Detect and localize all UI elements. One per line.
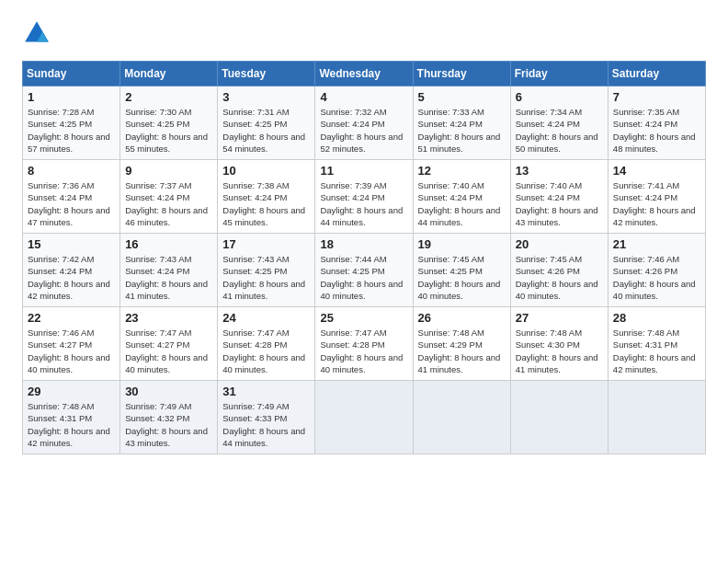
weekday-header: Thursday bbox=[413, 62, 510, 86]
calendar-cell: 16Sunrise: 7:43 AMSunset: 4:24 PMDayligh… bbox=[120, 234, 218, 307]
calendar-cell: 7Sunrise: 7:35 AMSunset: 4:24 PMDaylight… bbox=[608, 86, 705, 160]
logo bbox=[22, 18, 53, 48]
calendar-cell: 11Sunrise: 7:39 AMSunset: 4:24 PMDayligh… bbox=[315, 160, 413, 234]
calendar-table: SundayMondayTuesdayWednesdayThursdayFrid… bbox=[22, 61, 706, 454]
day-info: Sunrise: 7:48 AMSunset: 4:31 PMDaylight:… bbox=[28, 400, 115, 449]
calendar-cell: 28Sunrise: 7:48 AMSunset: 4:31 PMDayligh… bbox=[608, 307, 705, 381]
day-number: 8 bbox=[28, 164, 115, 178]
calendar-week-row: 1Sunrise: 7:28 AMSunset: 4:25 PMDaylight… bbox=[23, 86, 706, 160]
calendar-cell: 10Sunrise: 7:38 AMSunset: 4:24 PMDayligh… bbox=[218, 160, 315, 234]
calendar-week-row: 8Sunrise: 7:36 AMSunset: 4:24 PMDaylight… bbox=[23, 160, 706, 234]
logo-icon bbox=[22, 18, 51, 48]
weekday-header: Wednesday bbox=[315, 62, 413, 86]
day-number: 1 bbox=[28, 90, 115, 104]
day-number: 2 bbox=[125, 90, 212, 104]
day-number: 22 bbox=[28, 311, 115, 325]
calendar-week-row: 22Sunrise: 7:46 AMSunset: 4:27 PMDayligh… bbox=[23, 307, 706, 381]
page: SundayMondayTuesdayWednesdayThursdayFrid… bbox=[0, 0, 728, 469]
day-info: Sunrise: 7:33 AMSunset: 4:24 PMDaylight:… bbox=[418, 106, 506, 155]
day-info: Sunrise: 7:49 AMSunset: 4:33 PMDaylight:… bbox=[222, 400, 310, 449]
day-number: 10 bbox=[222, 164, 310, 178]
calendar-cell: 18Sunrise: 7:44 AMSunset: 4:25 PMDayligh… bbox=[315, 234, 413, 307]
calendar-cell: 9Sunrise: 7:37 AMSunset: 4:24 PMDaylight… bbox=[120, 160, 218, 234]
day-info: Sunrise: 7:35 AMSunset: 4:24 PMDaylight:… bbox=[613, 106, 700, 155]
day-number: 13 bbox=[516, 164, 603, 178]
calendar-cell: 12Sunrise: 7:40 AMSunset: 4:24 PMDayligh… bbox=[413, 160, 510, 234]
weekday-header: Monday bbox=[120, 62, 218, 86]
day-info: Sunrise: 7:45 AMSunset: 4:25 PMDaylight:… bbox=[418, 253, 506, 302]
day-number: 11 bbox=[320, 164, 407, 178]
day-info: Sunrise: 7:36 AMSunset: 4:24 PMDaylight:… bbox=[28, 179, 115, 228]
day-info: Sunrise: 7:34 AMSunset: 4:24 PMDaylight:… bbox=[516, 106, 603, 155]
calendar-cell bbox=[315, 381, 413, 454]
day-number: 27 bbox=[516, 311, 603, 325]
calendar-cell: 26Sunrise: 7:48 AMSunset: 4:29 PMDayligh… bbox=[413, 307, 510, 381]
calendar-cell: 30Sunrise: 7:49 AMSunset: 4:32 PMDayligh… bbox=[120, 381, 218, 454]
day-number: 21 bbox=[613, 237, 700, 251]
calendar-cell: 15Sunrise: 7:42 AMSunset: 4:24 PMDayligh… bbox=[23, 234, 120, 307]
day-number: 3 bbox=[222, 90, 310, 104]
weekday-header: Saturday bbox=[608, 62, 705, 86]
day-number: 30 bbox=[125, 385, 212, 398]
calendar-cell: 27Sunrise: 7:48 AMSunset: 4:30 PMDayligh… bbox=[510, 307, 608, 381]
day-info: Sunrise: 7:46 AMSunset: 4:27 PMDaylight:… bbox=[28, 327, 115, 375]
calendar-cell: 5Sunrise: 7:33 AMSunset: 4:24 PMDaylight… bbox=[413, 86, 510, 160]
day-number: 26 bbox=[418, 311, 506, 325]
day-info: Sunrise: 7:32 AMSunset: 4:24 PMDaylight:… bbox=[320, 106, 407, 155]
calendar-week-row: 15Sunrise: 7:42 AMSunset: 4:24 PMDayligh… bbox=[23, 234, 706, 307]
day-info: Sunrise: 7:48 AMSunset: 4:31 PMDaylight:… bbox=[613, 327, 700, 375]
day-info: Sunrise: 7:37 AMSunset: 4:24 PMDaylight:… bbox=[125, 179, 212, 228]
day-number: 24 bbox=[222, 311, 310, 325]
calendar-cell: 2Sunrise: 7:30 AMSunset: 4:25 PMDaylight… bbox=[120, 86, 218, 160]
day-info: Sunrise: 7:42 AMSunset: 4:24 PMDaylight:… bbox=[28, 253, 115, 302]
day-info: Sunrise: 7:40 AMSunset: 4:24 PMDaylight:… bbox=[516, 179, 603, 228]
calendar-cell: 21Sunrise: 7:46 AMSunset: 4:26 PMDayligh… bbox=[608, 234, 705, 307]
calendar-cell: 6Sunrise: 7:34 AMSunset: 4:24 PMDaylight… bbox=[510, 86, 608, 160]
calendar-cell bbox=[608, 381, 705, 454]
day-number: 12 bbox=[418, 164, 506, 178]
day-info: Sunrise: 7:31 AMSunset: 4:25 PMDaylight:… bbox=[222, 106, 310, 155]
day-info: Sunrise: 7:30 AMSunset: 4:25 PMDaylight:… bbox=[125, 106, 212, 155]
day-number: 29 bbox=[28, 385, 115, 398]
weekday-header: Tuesday bbox=[218, 62, 315, 86]
day-info: Sunrise: 7:43 AMSunset: 4:25 PMDaylight:… bbox=[222, 253, 310, 302]
day-info: Sunrise: 7:28 AMSunset: 4:25 PMDaylight:… bbox=[28, 106, 115, 155]
calendar-cell: 31Sunrise: 7:49 AMSunset: 4:33 PMDayligh… bbox=[218, 381, 315, 454]
header bbox=[22, 18, 706, 48]
calendar-cell: 4Sunrise: 7:32 AMSunset: 4:24 PMDaylight… bbox=[315, 86, 413, 160]
calendar-cell: 13Sunrise: 7:40 AMSunset: 4:24 PMDayligh… bbox=[510, 160, 608, 234]
calendar-week-row: 29Sunrise: 7:48 AMSunset: 4:31 PMDayligh… bbox=[23, 381, 706, 454]
calendar-cell: 24Sunrise: 7:47 AMSunset: 4:28 PMDayligh… bbox=[218, 307, 315, 381]
calendar-body: 1Sunrise: 7:28 AMSunset: 4:25 PMDaylight… bbox=[23, 86, 706, 454]
day-number: 4 bbox=[320, 90, 407, 104]
day-number: 25 bbox=[320, 311, 407, 325]
day-info: Sunrise: 7:48 AMSunset: 4:29 PMDaylight:… bbox=[418, 327, 506, 375]
day-info: Sunrise: 7:39 AMSunset: 4:24 PMDaylight:… bbox=[320, 179, 407, 228]
day-number: 20 bbox=[516, 237, 603, 251]
calendar-cell: 17Sunrise: 7:43 AMSunset: 4:25 PMDayligh… bbox=[218, 234, 315, 307]
calendar-cell: 14Sunrise: 7:41 AMSunset: 4:24 PMDayligh… bbox=[608, 160, 705, 234]
day-number: 23 bbox=[125, 311, 212, 325]
calendar-cell: 1Sunrise: 7:28 AMSunset: 4:25 PMDaylight… bbox=[23, 86, 120, 160]
day-number: 14 bbox=[613, 164, 700, 178]
calendar-cell: 25Sunrise: 7:47 AMSunset: 4:28 PMDayligh… bbox=[315, 307, 413, 381]
day-number: 15 bbox=[28, 237, 115, 251]
day-info: Sunrise: 7:49 AMSunset: 4:32 PMDaylight:… bbox=[125, 400, 212, 449]
day-number: 9 bbox=[125, 164, 212, 178]
day-info: Sunrise: 7:47 AMSunset: 4:28 PMDaylight:… bbox=[320, 327, 407, 375]
day-number: 19 bbox=[418, 237, 506, 251]
calendar-cell: 20Sunrise: 7:45 AMSunset: 4:26 PMDayligh… bbox=[510, 234, 608, 307]
day-number: 28 bbox=[613, 311, 700, 325]
day-info: Sunrise: 7:43 AMSunset: 4:24 PMDaylight:… bbox=[125, 253, 212, 302]
day-info: Sunrise: 7:47 AMSunset: 4:27 PMDaylight:… bbox=[125, 327, 212, 375]
calendar-cell: 8Sunrise: 7:36 AMSunset: 4:24 PMDaylight… bbox=[23, 160, 120, 234]
calendar-cell: 3Sunrise: 7:31 AMSunset: 4:25 PMDaylight… bbox=[218, 86, 315, 160]
calendar-cell: 19Sunrise: 7:45 AMSunset: 4:25 PMDayligh… bbox=[413, 234, 510, 307]
calendar-cell: 22Sunrise: 7:46 AMSunset: 4:27 PMDayligh… bbox=[23, 307, 120, 381]
day-number: 16 bbox=[125, 237, 212, 251]
day-number: 7 bbox=[613, 90, 700, 104]
day-info: Sunrise: 7:41 AMSunset: 4:24 PMDaylight:… bbox=[613, 179, 700, 228]
day-number: 31 bbox=[222, 385, 310, 398]
calendar-cell: 29Sunrise: 7:48 AMSunset: 4:31 PMDayligh… bbox=[23, 381, 120, 454]
calendar-cell bbox=[510, 381, 608, 454]
